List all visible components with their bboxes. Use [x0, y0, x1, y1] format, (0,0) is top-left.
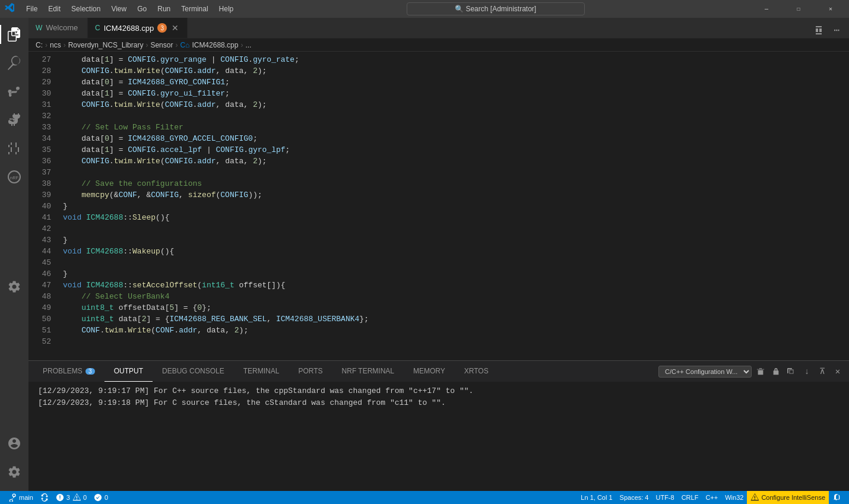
activity-bar: nRF	[0, 18, 28, 491]
activity-extensions[interactable]	[0, 134, 28, 163]
status-platform-label: Win32	[725, 494, 743, 501]
extensions-icon	[7, 141, 21, 156]
status-spaces-label: Spaces: 4	[620, 494, 649, 501]
code-content[interactable]: data[1] = CONFIG.gyro_range | CONFIG.gyr…	[58, 52, 841, 360]
activity-nrf[interactable]: nRF	[0, 163, 28, 191]
line-35: 35	[28, 144, 58, 156]
title-bar: File Edit Selection View Go Run Terminal…	[0, 0, 849, 18]
status-spaces[interactable]: Spaces: 4	[616, 491, 652, 504]
panel-tab-memory[interactable]: MEMORY	[404, 361, 455, 382]
status-line-ending[interactable]: CRLF	[678, 491, 702, 504]
close-panel-button[interactable]: ✕	[831, 365, 844, 378]
line-numbers: 27 28 29 30 31 32 33 34 35 36 37 38 39 4…	[28, 52, 58, 360]
line-33: 33	[28, 122, 58, 133]
maximize-button[interactable]: ☐	[785, 0, 812, 18]
status-bar: main 3 0 0 Ln 1, Col 1 Spaces: 4 UTF-8	[0, 491, 849, 504]
clear-output-button[interactable]	[754, 365, 767, 378]
status-warnings-count: 0	[83, 494, 87, 501]
menu-go[interactable]: Go	[132, 3, 151, 15]
status-encoding[interactable]: UTF-8	[652, 491, 677, 504]
tab-close-button[interactable]: ✕	[170, 23, 180, 33]
code-line-29: data[0] = ICM42688_GYRO_CONFIG1;	[63, 77, 841, 88]
code-line-35: data[1] = CONFIG.accel_lpf | CONFIG.gyro…	[63, 144, 841, 156]
status-configure-intellisense[interactable]: Configure IntelliSense	[747, 491, 829, 504]
line-46: 46	[28, 268, 58, 280]
line-32: 32	[28, 110, 58, 122]
breadcrumb: C: › ncs › Roverdyn_NCS_Library › Sensor…	[28, 39, 849, 52]
line-37: 37	[28, 167, 58, 178]
line-41: 41	[28, 212, 58, 223]
split-editor-button[interactable]	[811, 23, 826, 38]
menu-terminal[interactable]: Terminal	[176, 3, 213, 15]
status-position[interactable]: Ln 1, Col 1	[577, 491, 616, 504]
menu-file[interactable]: File	[21, 3, 42, 15]
ports-label: PORTS	[298, 367, 322, 375]
panel-tab-nrf[interactable]: NRF TERMINAL	[332, 361, 404, 382]
line-44: 44	[28, 246, 58, 257]
code-line-36: CONFIG.twim.Write(CONFIG.addr, data, 2);	[63, 156, 841, 167]
breadcrumb-ellipsis[interactable]: ...	[245, 41, 251, 49]
status-no-problems[interactable]: 0	[90, 491, 112, 504]
status-errors[interactable]: 3 0	[52, 491, 90, 504]
menu-selection[interactable]: Selection	[66, 3, 105, 15]
code-line-30: data[1] = CONFIG.gyro_ui_filter;	[63, 88, 841, 99]
activity-explorer[interactable]	[0, 20, 28, 49]
activity-settings-gear[interactable]	[0, 272, 28, 301]
status-platform[interactable]: Win32	[721, 491, 747, 504]
code-line-49: uint8_t offsetData[5] = {0};	[63, 302, 841, 313]
panel-tab-ports[interactable]: PORTS	[289, 361, 332, 382]
code-line-44: void ICM42688::Wakeup(){	[63, 246, 841, 257]
tab-welcome[interactable]: W Welcome	[28, 18, 88, 38]
tab-icm42688[interactable]: C ICM42688.cpp 3 ✕	[88, 18, 188, 38]
breadcrumb-sensor[interactable]: Sensor	[150, 41, 173, 49]
menu-run[interactable]: Run	[153, 3, 175, 15]
breadcrumb-ncs[interactable]: ncs	[50, 41, 61, 49]
output-channel-selector[interactable]: C/C++ Configuration W...	[658, 366, 752, 378]
status-bell[interactable]	[829, 491, 844, 504]
lock-output-button[interactable]	[769, 365, 783, 378]
status-language[interactable]: C++	[702, 491, 721, 504]
menu-help[interactable]: Help	[214, 3, 239, 15]
line-40: 40	[28, 201, 58, 212]
code-line-46: }	[63, 268, 841, 280]
close-button[interactable]: ✕	[817, 0, 844, 18]
menu-edit[interactable]: Edit	[43, 3, 65, 15]
activity-run-debug[interactable]	[0, 106, 28, 134]
minimize-button[interactable]: ―	[753, 0, 780, 18]
copy-output-button[interactable]	[785, 365, 798, 378]
panel-tab-debug-console[interactable]: DEBUG CONSOLE	[153, 361, 234, 382]
code-line-40: }	[63, 201, 841, 212]
code-line-32	[63, 110, 841, 122]
line-28: 28	[28, 65, 58, 77]
minimap-scrollbar[interactable]	[841, 52, 849, 360]
activity-account[interactable]	[0, 429, 28, 458]
panel-tab-problems[interactable]: PROBLEMS 3	[33, 361, 104, 382]
code-line-27: data[1] = CONFIG.gyro_range | CONFIG.gyr…	[63, 54, 841, 65]
activity-source-control[interactable]	[0, 77, 28, 106]
activity-search[interactable]	[0, 49, 28, 77]
activity-manage[interactable]	[0, 458, 28, 486]
layout-button[interactable]: ⋯	[829, 23, 844, 38]
status-branch[interactable]: main	[5, 491, 37, 504]
nrf-terminal-label: NRF TERMINAL	[342, 367, 394, 375]
line-34: 34	[28, 133, 58, 144]
menu-view[interactable]: View	[106, 3, 131, 15]
breadcrumb-filename[interactable]: ICM42688.cpp	[192, 41, 238, 49]
run-debug-icon	[7, 113, 21, 127]
code-line-38: // Save the configurations	[63, 178, 841, 189]
welcome-tab-icon: W	[36, 24, 42, 32]
search-bar[interactable]: 🔍 Search [Administrator]	[407, 2, 585, 15]
panel-tab-xrtos[interactable]: XRTOS	[455, 361, 498, 382]
log-line-2: [12/29/2023, 9:19:18 PM] For C source fi…	[38, 397, 840, 409]
panel-tab-output[interactable]: OUTPUT	[104, 361, 153, 382]
tab-error-badge: 3	[157, 23, 167, 33]
panel-tab-terminal[interactable]: TERMINAL	[234, 361, 289, 382]
status-sync[interactable]	[37, 491, 52, 504]
breadcrumb-roverdyn[interactable]: Roverdyn_NCS_Library	[68, 41, 144, 49]
output-label: OUTPUT	[114, 367, 143, 375]
panel-tabs: PROBLEMS 3 OUTPUT DEBUG CONSOLE TERMINAL…	[28, 361, 849, 382]
breadcrumb-c[interactable]: C:	[36, 41, 43, 49]
scroll-to-bottom-button[interactable]: ↓	[800, 365, 813, 378]
maximize-panel-button[interactable]: ⊼	[816, 365, 829, 378]
editor-area: W Welcome C ICM42688.cpp 3 ✕ ⋯ C: ›	[28, 18, 849, 491]
